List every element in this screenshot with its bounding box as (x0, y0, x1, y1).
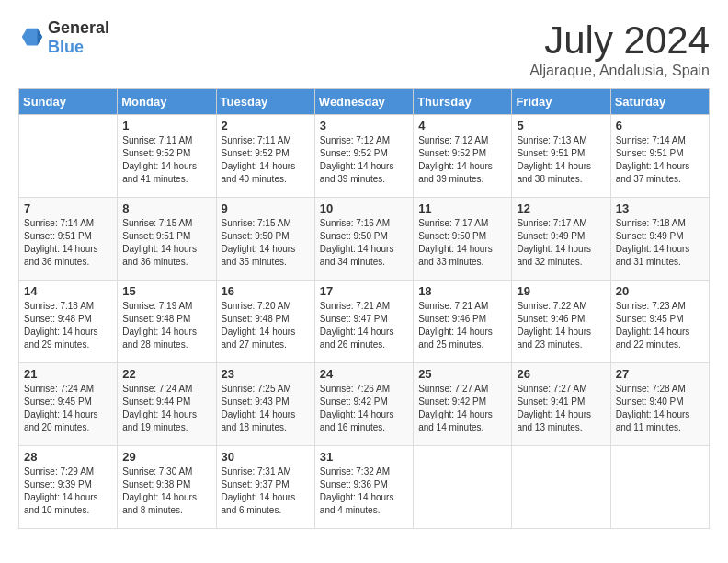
day-cell: 23Sunrise: 7:25 AMSunset: 9:43 PMDayligh… (216, 363, 314, 446)
day-cell: 30Sunrise: 7:31 AMSunset: 9:37 PMDayligh… (216, 446, 314, 529)
week-row-3: 14Sunrise: 7:18 AMSunset: 9:48 PMDayligh… (19, 281, 710, 363)
day-number: 14 (24, 284, 112, 298)
day-number: 15 (122, 284, 210, 298)
header-row: SundayMondayTuesdayWednesdayThursdayFrid… (19, 89, 710, 115)
page-header: General Blue July 2024 Aljaraque, Andalu… (18, 18, 710, 79)
day-cell: 19Sunrise: 7:22 AMSunset: 9:46 PMDayligh… (512, 281, 610, 363)
day-number: 3 (320, 119, 408, 132)
day-number: 8 (122, 201, 210, 215)
day-number: 19 (517, 284, 605, 298)
location: Aljaraque, Andalusia, Spain (529, 63, 710, 79)
day-info: Sunrise: 7:30 AMSunset: 9:38 PMDaylight:… (122, 465, 210, 517)
day-cell: 22Sunrise: 7:24 AMSunset: 9:44 PMDayligh… (118, 363, 216, 446)
header-day-tuesday: Tuesday (216, 89, 314, 115)
day-cell: 14Sunrise: 7:18 AMSunset: 9:48 PMDayligh… (19, 281, 118, 363)
day-info: Sunrise: 7:18 AMSunset: 9:48 PMDaylight:… (24, 300, 112, 351)
day-cell: 18Sunrise: 7:21 AMSunset: 9:46 PMDayligh… (414, 281, 512, 363)
day-cell (512, 446, 610, 529)
day-cell: 9Sunrise: 7:15 AMSunset: 9:50 PMDaylight… (216, 198, 314, 281)
day-number: 1 (122, 119, 210, 132)
week-row-2: 7Sunrise: 7:14 AMSunset: 9:51 PMDaylight… (19, 198, 710, 281)
header-day-wednesday: Wednesday (314, 89, 413, 115)
day-cell: 21Sunrise: 7:24 AMSunset: 9:45 PMDayligh… (19, 363, 118, 446)
day-cell: 10Sunrise: 7:16 AMSunset: 9:50 PMDayligh… (314, 198, 413, 281)
day-cell: 26Sunrise: 7:27 AMSunset: 9:41 PMDayligh… (512, 363, 610, 446)
day-number: 24 (320, 367, 408, 381)
day-number: 18 (418, 284, 506, 298)
day-info: Sunrise: 7:15 AMSunset: 9:50 PMDaylight:… (222, 217, 310, 269)
day-cell: 8Sunrise: 7:15 AMSunset: 9:51 PMDaylight… (118, 198, 216, 281)
day-info: Sunrise: 7:16 AMSunset: 9:50 PMDaylight:… (320, 217, 408, 269)
logo: General Blue (18, 18, 109, 57)
day-info: Sunrise: 7:32 AMSunset: 9:36 PMDaylight:… (320, 465, 408, 517)
day-number: 4 (418, 119, 506, 132)
day-number: 9 (222, 201, 310, 215)
header-day-saturday: Saturday (610, 89, 709, 115)
day-info: Sunrise: 7:28 AMSunset: 9:40 PMDaylight:… (616, 383, 704, 434)
day-info: Sunrise: 7:29 AMSunset: 9:39 PMDaylight:… (24, 465, 112, 517)
day-cell: 17Sunrise: 7:21 AMSunset: 9:47 PMDayligh… (314, 281, 413, 363)
header-day-monday: Monday (118, 89, 216, 115)
header-day-friday: Friday (512, 89, 610, 115)
day-info: Sunrise: 7:22 AMSunset: 9:46 PMDaylight:… (517, 300, 605, 351)
day-number: 17 (320, 284, 408, 298)
day-number: 20 (616, 284, 704, 298)
week-row-5: 28Sunrise: 7:29 AMSunset: 9:39 PMDayligh… (19, 446, 710, 529)
header-day-thursday: Thursday (414, 89, 512, 115)
header-day-sunday: Sunday (19, 89, 118, 115)
day-number: 22 (122, 367, 210, 381)
day-number: 2 (222, 119, 310, 132)
logo-text: General Blue (48, 18, 109, 57)
day-number: 25 (418, 367, 506, 381)
day-number: 29 (122, 450, 210, 464)
day-cell: 1Sunrise: 7:11 AMSunset: 9:52 PMDaylight… (118, 115, 216, 198)
day-info: Sunrise: 7:20 AMSunset: 9:48 PMDaylight:… (222, 300, 310, 351)
day-number: 5 (517, 119, 605, 132)
day-info: Sunrise: 7:21 AMSunset: 9:46 PMDaylight:… (418, 300, 506, 351)
week-row-1: 1Sunrise: 7:11 AMSunset: 9:52 PMDaylight… (19, 115, 710, 198)
month-title: July 2024 (529, 18, 710, 63)
day-cell: 29Sunrise: 7:30 AMSunset: 9:38 PMDayligh… (118, 446, 216, 529)
calendar-table: SundayMondayTuesdayWednesdayThursdayFrid… (18, 88, 710, 529)
day-cell: 25Sunrise: 7:27 AMSunset: 9:42 PMDayligh… (414, 363, 512, 446)
day-cell: 20Sunrise: 7:23 AMSunset: 9:45 PMDayligh… (610, 281, 709, 363)
day-cell (610, 446, 709, 529)
day-info: Sunrise: 7:13 AMSunset: 9:51 PMDaylight:… (517, 134, 605, 186)
day-cell (19, 115, 118, 198)
day-cell: 3Sunrise: 7:12 AMSunset: 9:52 PMDaylight… (314, 115, 413, 198)
day-number: 28 (24, 450, 112, 464)
day-number: 7 (24, 201, 112, 215)
day-cell: 24Sunrise: 7:26 AMSunset: 9:42 PMDayligh… (314, 363, 413, 446)
day-cell: 5Sunrise: 7:13 AMSunset: 9:51 PMDaylight… (512, 115, 610, 198)
day-info: Sunrise: 7:26 AMSunset: 9:42 PMDaylight:… (320, 383, 408, 434)
day-info: Sunrise: 7:21 AMSunset: 9:47 PMDaylight:… (320, 300, 408, 351)
day-info: Sunrise: 7:14 AMSunset: 9:51 PMDaylight:… (24, 217, 112, 269)
day-info: Sunrise: 7:24 AMSunset: 9:45 PMDaylight:… (24, 383, 112, 434)
day-info: Sunrise: 7:31 AMSunset: 9:37 PMDaylight:… (222, 465, 310, 517)
day-number: 6 (616, 119, 704, 132)
day-info: Sunrise: 7:23 AMSunset: 9:45 PMDaylight:… (616, 300, 704, 351)
day-cell: 11Sunrise: 7:17 AMSunset: 9:50 PMDayligh… (414, 198, 512, 281)
day-cell: 31Sunrise: 7:32 AMSunset: 9:36 PMDayligh… (314, 446, 413, 529)
logo-blue: Blue (48, 38, 84, 56)
calendar-body: 1Sunrise: 7:11 AMSunset: 9:52 PMDaylight… (19, 115, 710, 529)
day-info: Sunrise: 7:27 AMSunset: 9:41 PMDaylight:… (517, 383, 605, 434)
day-cell: 7Sunrise: 7:14 AMSunset: 9:51 PMDaylight… (19, 198, 118, 281)
day-cell: 27Sunrise: 7:28 AMSunset: 9:40 PMDayligh… (610, 363, 709, 446)
day-info: Sunrise: 7:11 AMSunset: 9:52 PMDaylight:… (122, 134, 210, 186)
day-cell: 15Sunrise: 7:19 AMSunset: 9:48 PMDayligh… (118, 281, 216, 363)
day-cell: 2Sunrise: 7:11 AMSunset: 9:52 PMDaylight… (216, 115, 314, 198)
day-number: 27 (616, 367, 704, 381)
day-info: Sunrise: 7:18 AMSunset: 9:49 PMDaylight:… (616, 217, 704, 269)
day-number: 13 (616, 201, 704, 215)
day-number: 31 (320, 450, 408, 464)
day-number: 30 (222, 450, 310, 464)
day-info: Sunrise: 7:14 AMSunset: 9:51 PMDaylight:… (616, 134, 704, 186)
logo-general: General (48, 18, 109, 37)
day-number: 10 (320, 201, 408, 215)
day-number: 11 (418, 201, 506, 215)
day-number: 21 (24, 367, 112, 381)
day-info: Sunrise: 7:12 AMSunset: 9:52 PMDaylight:… (320, 134, 408, 186)
day-info: Sunrise: 7:11 AMSunset: 9:52 PMDaylight:… (222, 134, 310, 186)
day-number: 12 (517, 201, 605, 215)
